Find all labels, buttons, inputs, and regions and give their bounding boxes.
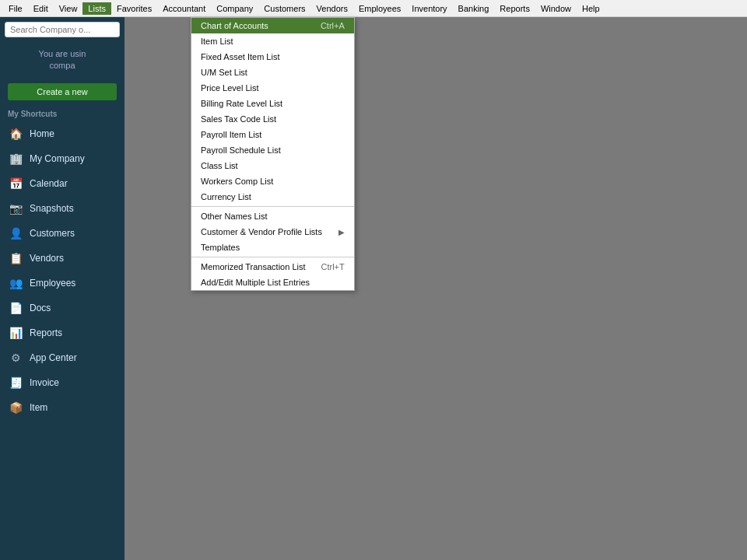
sidebar-item-employees[interactable]: 👥Employees [0,271,124,296]
sidebar-item-reports[interactable]: 📊Reports [0,320,124,345]
dropdown-item-currency-list[interactable]: Currency List [191,189,354,205]
sidebar-item-app-center[interactable]: ⚙App Center [0,345,124,370]
dropdown-item-shortcut: Ctrl+T [321,262,345,271]
menu-item-view[interactable]: View [54,2,83,15]
invoice-icon: 🧾 [8,375,23,390]
dropdown-item-other-names-list[interactable]: Other Names List [191,208,354,224]
dropdown-item-label: Workers Comp List [201,177,273,186]
sidebar-item-label: Docs [30,303,51,313]
menu-item-window[interactable]: Window [535,2,577,15]
create-new-button[interactable]: Create a new [8,83,117,100]
home-icon: 🏠 [8,126,23,142]
menu-item-lists[interactable]: Lists [82,2,111,15]
dropdown-item-class-list[interactable]: Class List [191,158,354,173]
app-container: You are usincompa Create a new My Shortc… [0,17,747,560]
dropdown-item-billing-rate-level-list[interactable]: Billing Rate Level List [191,96,354,111]
sidebar-item-label: Calendar [30,178,68,189]
dropdown-separator [191,206,354,207]
company-text: You are usincompa [39,49,86,70]
dropdown-item-label: Memorized Transaction List [201,262,306,271]
sidebar-item-home[interactable]: 🏠Home [0,121,124,146]
sidebar-item-my-company[interactable]: 🏢My Company [0,146,124,171]
dropdown-item-label: Item List [201,37,233,46]
dropdown-item-label: Customer & Vendor Profile Lists [201,227,322,236]
sidebar-item-label: Snapshots [30,203,74,214]
sidebar-item-label: Employees [30,278,75,289]
dropdown-item-workers-comp-list[interactable]: Workers Comp List [191,173,354,189]
reports-icon: 📊 [8,325,23,341]
sidebar-item-label: Reports [30,327,62,338]
sidebar-item-calendar[interactable]: 📅Calendar [0,171,124,196]
item-icon: 📦 [8,400,23,415]
menu-item-reports[interactable]: Reports [494,2,535,15]
dropdown-separator [191,257,354,257]
menu-item-accountant[interactable]: Accountant [157,2,211,15]
sidebar-item-label: Item [30,402,47,413]
menu-item-file[interactable]: File [3,2,28,15]
docs-icon: 📄 [8,300,23,316]
dropdown-item-add-edit-multiple-list-entries[interactable]: Add/Edit Multiple List Entries [191,275,354,290]
dropdown-item-label: Class List [201,161,238,170]
menu-item-favorites[interactable]: Favorites [111,2,157,15]
sidebar-item-snapshots[interactable]: 📷Snapshots [0,196,124,221]
dropdown-item-sales-tax-code-list[interactable]: Sales Tax Code List [191,111,354,127]
calendar-icon: 📅 [8,176,23,191]
dropdown-item-memorized-transaction-list[interactable]: Memorized Transaction ListCtrl+T [191,259,354,275]
dropdown-item-label: Other Names List [201,212,268,221]
sidebar-item-label: App Center [30,352,77,363]
dropdown-item-label: Chart of Accounts [201,21,268,30]
sidebar-item-docs[interactable]: 📄Docs [0,296,124,320]
search-input[interactable] [5,22,120,37]
menu-item-edit[interactable]: Edit [28,2,54,15]
sidebar-item-label: Vendors [30,253,64,264]
lists-dropdown-menu: Chart of AccountsCtrl+AItem ListFixed As… [191,17,355,291]
sidebar-item-label: Home [30,128,54,139]
shortcuts-label: My Shortcuts [0,105,124,121]
dropdown-item-customer---vendor-profile-lists[interactable]: Customer & Vendor Profile Lists▶ [191,224,354,240]
sidebar-item-vendors[interactable]: 📋Vendors [0,246,124,271]
menu-item-inventory[interactable]: Inventory [406,2,452,15]
search-bar [0,17,124,42]
employees-icon: 👥 [8,275,23,291]
dropdown-item-price-level-list[interactable]: Price Level List [191,80,354,96]
sidebar-item-item[interactable]: 📦Item [0,395,124,420]
menu-item-help[interactable]: Help [577,2,605,15]
dropdown-item-shortcut: Ctrl+A [321,21,345,30]
dropdown-item-u-m-set-list[interactable]: U/M Set List [191,65,354,80]
dropdown-item-templates[interactable]: Templates [191,240,354,255]
sidebar-item-customers[interactable]: 👤Customers [0,221,124,246]
menu-bar: FileEditViewListsFavoritesAccountantComp… [0,0,747,17]
menu-item-customers[interactable]: Customers [258,2,310,15]
snapshots-icon: 📷 [8,201,23,216]
my-company-icon: 🏢 [8,151,23,166]
dropdown-item-arrow: ▶ [338,228,345,236]
sidebar-item-label: My Company [30,153,85,164]
sidebar-item-label: Invoice [30,377,59,388]
dropdown-item-label: Templates [201,243,240,252]
dropdown-item-chart-of-accounts[interactable]: Chart of AccountsCtrl+A [191,18,354,33]
company-area: You are usincompa [0,42,124,79]
dropdown-item-label: U/M Set List [201,68,247,77]
customers-icon: 👤 [8,226,23,241]
dropdown-item-label: Currency List [201,192,251,201]
dropdown-item-payroll-item-list[interactable]: Payroll Item List [191,127,354,142]
sidebar: You are usincompa Create a new My Shortc… [0,17,124,560]
dropdown-item-fixed-asset-item-list[interactable]: Fixed Asset Item List [191,49,354,65]
menu-item-vendors[interactable]: Vendors [311,2,353,15]
app-center-icon: ⚙ [8,350,23,366]
dropdown-item-label: Add/Edit Multiple List Entries [201,278,310,287]
dropdown-item-item-list[interactable]: Item List [191,33,354,49]
menu-item-employees[interactable]: Employees [353,2,406,15]
dropdown-item-payroll-schedule-list[interactable]: Payroll Schedule List [191,142,354,158]
vendors-icon: 📋 [8,250,23,266]
menu-item-banking[interactable]: Banking [453,2,495,15]
dropdown-item-label: Payroll Schedule List [201,145,281,155]
main-content: Chart of AccountsCtrl+AItem ListFixed As… [124,17,747,560]
dropdown-item-label: Billing Rate Level List [201,99,282,108]
dropdown-item-label: Sales Tax Code List [201,114,276,124]
menu-item-company[interactable]: Company [211,2,258,15]
dropdown-item-label: Payroll Item List [201,130,261,139]
sidebar-item-invoice[interactable]: 🧾Invoice [0,370,124,395]
dropdown-item-label: Price Level List [201,83,259,93]
dropdown-item-label: Fixed Asset Item List [201,52,279,61]
